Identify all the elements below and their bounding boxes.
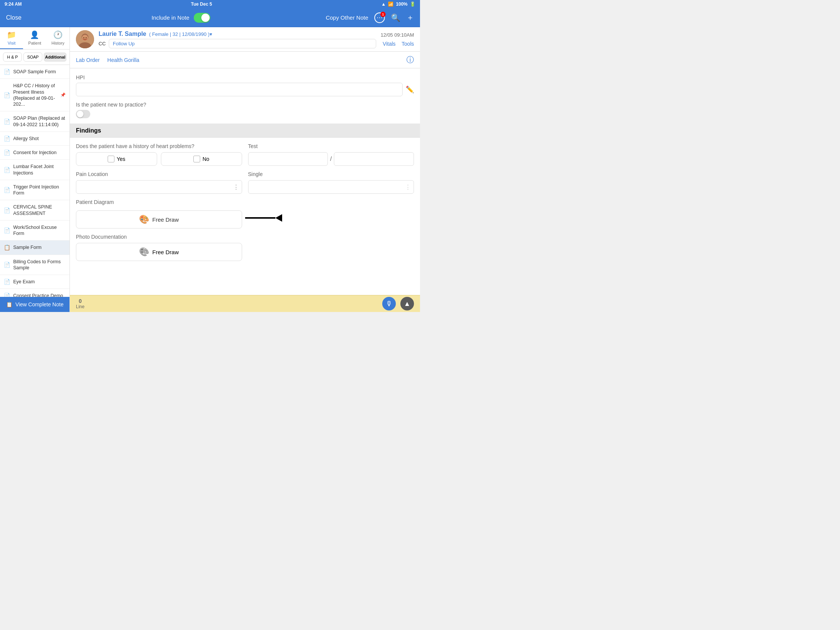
list-item[interactable]: 📄 Lumbar Facet Joint Injections <box>0 160 69 180</box>
test-input-2[interactable] <box>334 152 414 166</box>
health-gorilla-link[interactable]: Health Gorilla <box>107 57 139 63</box>
sidebar-tab-visit[interactable]: 📁 Visit <box>0 27 23 49</box>
microphone-button[interactable]: 🎙 <box>382 297 396 311</box>
patient-cc-row: CC Follow Up <box>99 39 376 48</box>
doc-icon: 📄 <box>4 69 10 75</box>
heart-question-label: Does the patient have a history of heart… <box>76 143 242 149</box>
search-icon[interactable]: 🔍 <box>391 13 400 22</box>
patient-info: Laurie T. Sample ( Female | 32 | 12/08/1… <box>99 31 376 48</box>
battery-icon: 🔋 <box>410 2 415 7</box>
lab-order-link[interactable]: Lab Order <box>76 57 100 63</box>
doc-icon: 📄 <box>4 207 10 213</box>
photo-doc-row: Photo Documentation 🎨 Free Draw <box>76 234 242 261</box>
pain-location-input[interactable] <box>76 180 242 194</box>
list-item[interactable]: 📄 Consent for Injection <box>0 146 69 160</box>
findings-right: Test / Single ⋮ <box>248 143 414 266</box>
item-label: Lumbar Facet Joint Injections <box>13 164 66 176</box>
doc-filled-icon: 📋 <box>4 245 10 250</box>
status-time: 9:24 AM <box>5 2 22 7</box>
vitals-link[interactable]: Vitals <box>383 41 395 47</box>
include-toggle[interactable] <box>194 13 210 23</box>
sidebar-tab-visit-label: Visit <box>8 41 16 45</box>
patient-diagram-row: Patient Diagram 🎨 Free Draw <box>76 199 242 229</box>
bottom-bar: 0 Line 🎙 ▲ <box>70 295 420 312</box>
add-icon[interactable]: ＋ <box>406 13 414 23</box>
list-item[interactable]: 📄 H&P CC / History of Present Illness (R… <box>0 79 69 111</box>
tools-link[interactable]: Tools <box>401 41 414 47</box>
list-item[interactable]: 📄 Billing Codes to Forms Sample <box>0 255 69 275</box>
free-draw-label-1: Free Draw <box>152 216 178 223</box>
scroll-up-button[interactable]: ▲ <box>400 297 414 311</box>
info-icon[interactable]: ⓘ <box>406 55 414 65</box>
pain-location-row: Pain Location ⋮ <box>76 171 242 194</box>
single-label: Single <box>248 171 414 177</box>
doc-icon: 📄 <box>4 136 10 142</box>
list-item[interactable]: 📄 SOAP Sample Form <box>0 65 69 79</box>
yes-label: Yes <box>117 156 125 162</box>
wifi-icon: ▲ <box>381 2 385 7</box>
filter-hp[interactable]: H & P <box>3 52 22 62</box>
hpi-row: HPI ✏️ <box>76 74 414 96</box>
item-label: Consent for Injection <box>13 150 66 156</box>
pain-location-label: Pain Location <box>76 171 242 177</box>
single-row: Single ⋮ <box>248 171 414 194</box>
item-label: SOAP Sample Form <box>13 69 66 75</box>
list-item[interactable]: 📄 SOAP Plan (Replaced at 09-14-2022 11:1… <box>0 111 69 132</box>
filter-tabs: H & P SOAP Additional <box>0 49 69 65</box>
doc-icon: 📄 <box>4 227 10 234</box>
edit-icon[interactable]: ✏️ <box>406 85 414 94</box>
yes-button[interactable]: Yes <box>76 152 157 166</box>
heart-question-row: Does the patient have a history of heart… <box>76 143 242 166</box>
no-checkbox <box>193 156 200 163</box>
cc-label: CC <box>99 41 106 46</box>
line-info: 0 Line <box>76 298 85 309</box>
list-item[interactable]: 📄 Eye Exam <box>0 275 69 289</box>
bottom-actions: 🎙 ▲ <box>382 297 414 311</box>
item-label: Consent Practice Demo <box>13 293 66 297</box>
filter-additional[interactable]: Additional <box>44 52 66 62</box>
sidebar: 📁 Visit 👤 Patient 🕐 History H & P SOAP A… <box>0 27 70 312</box>
single-input[interactable] <box>248 180 414 194</box>
free-draw-button-2[interactable]: 🎨 Free Draw <box>76 243 242 261</box>
filter-soap[interactable]: SOAP <box>24 52 42 62</box>
list-item[interactable]: 📄 Work/School Excuse Form <box>0 221 69 241</box>
test-input-1[interactable] <box>248 152 328 166</box>
findings-grid: Does the patient have a history of heart… <box>76 143 414 266</box>
item-label: Billing Codes to Forms Sample <box>13 259 66 271</box>
list-item[interactable]: 📄 Consent Practice Demo <box>0 289 69 297</box>
view-complete-note-button[interactable]: 📋 View Complete Note <box>0 297 69 312</box>
include-label: Include in Note <box>152 14 189 21</box>
list-item[interactable]: 📄 CERVICAL SPINE ASSESSMENT <box>0 200 69 221</box>
slash-divider: / <box>330 156 332 163</box>
item-label: Trigger Point Injection Form <box>13 184 66 196</box>
patient-datetime: 12/05 09:10AM <box>381 32 414 38</box>
notification-badge: 1 <box>381 12 385 17</box>
patient-name: Laurie T. Sample <box>99 31 146 37</box>
list-item-sample-form[interactable]: 📋 Sample Form <box>0 241 69 254</box>
doc-icon: 📄 <box>4 118 10 125</box>
signal-icon: 📶 <box>388 2 393 7</box>
list-item[interactable]: 📄 Allergy Shot <box>0 132 69 146</box>
view-complete-note-label: View Complete Note <box>16 302 63 308</box>
line-number: 0 <box>76 298 85 304</box>
svg-point-4 <box>84 37 84 38</box>
close-button[interactable]: Close <box>6 14 36 21</box>
new-patient-toggle[interactable] <box>76 110 90 118</box>
battery-text: 100% <box>396 2 407 7</box>
no-button[interactable]: No <box>161 152 242 166</box>
notification-button[interactable]: ⋯ 1 <box>374 13 385 23</box>
sidebar-tab-history[interactable]: 🕐 History <box>46 27 69 49</box>
patient-details: ( Female | 32 | 12/08/1990 )▾ <box>148 32 212 37</box>
findings-title: Findings <box>76 127 101 134</box>
cc-input[interactable]: Follow Up <box>109 39 376 48</box>
free-draw-button-1[interactable]: 🎨 Free Draw <box>76 210 242 229</box>
item-label: Allergy Shot <box>13 136 66 142</box>
yes-no-buttons: Yes No <box>76 152 242 166</box>
status-date: Tue Dec 5 <box>191 2 212 7</box>
patient-diagram-label: Patient Diagram <box>76 199 242 205</box>
list-item[interactable]: 📄 Trigger Point Injection Form <box>0 180 69 201</box>
copy-other-note-button[interactable]: Copy Other Note <box>325 14 368 21</box>
paint-icon-gray: 🎨 <box>139 247 149 257</box>
hpi-input[interactable] <box>76 83 403 96</box>
sidebar-tab-patient[interactable]: 👤 Patient <box>23 27 46 49</box>
